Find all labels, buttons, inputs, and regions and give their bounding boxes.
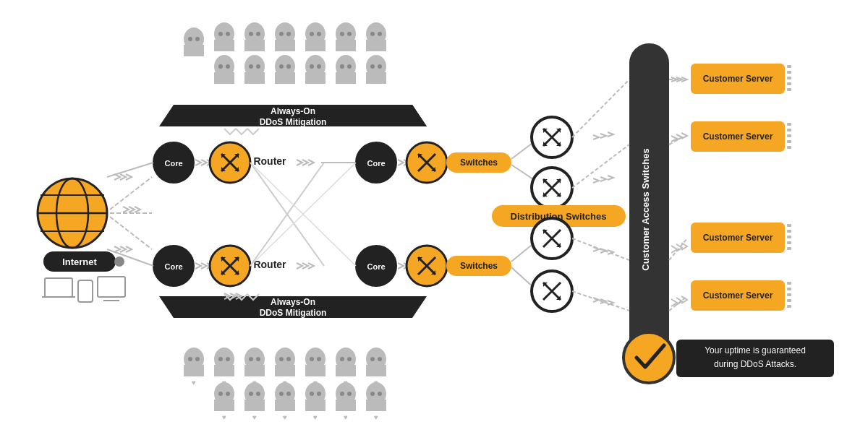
- svg-point-224: [310, 392, 314, 396]
- svg-point-235: [378, 392, 382, 396]
- switches-top-text: Switches: [460, 158, 498, 168]
- core-label-top-left: Core: [164, 159, 182, 168]
- svg-rect-145: [787, 71, 791, 74]
- network-diagram: Internet Core Router: [0, 0, 868, 427]
- svg-point-63: [256, 64, 260, 69]
- svg-rect-153: [787, 134, 791, 137]
- svg-rect-147: [787, 82, 791, 85]
- svg-point-175: [195, 357, 200, 361]
- uptime-line2: during DDoS Attacks.: [714, 359, 796, 369]
- svg-point-34: [218, 32, 223, 36]
- svg-point-39: [256, 32, 260, 36]
- svg-point-220: [286, 392, 291, 396]
- svg-rect-165: [787, 282, 791, 285]
- svg-rect-144: [787, 65, 791, 68]
- svg-rect-162: [787, 247, 791, 250]
- switches-bot-text: Switches: [460, 261, 498, 271]
- ddos-bottom-line1: Always-On: [271, 297, 315, 307]
- svg-text:♥: ♥: [192, 379, 196, 387]
- svg-point-71: [317, 64, 321, 69]
- svg-point-184: [249, 357, 253, 361]
- internet-label: Internet: [62, 256, 97, 267]
- svg-rect-148: [787, 88, 791, 91]
- svg-point-219: [279, 392, 284, 396]
- svg-text:♥: ♥: [222, 413, 226, 421]
- uptime-line1: Your uptime is guaranteed: [705, 345, 806, 355]
- svg-rect-168: [787, 299, 791, 302]
- svg-point-209: [218, 392, 223, 396]
- svg-point-54: [370, 32, 375, 36]
- svg-point-30: [188, 37, 192, 41]
- svg-rect-166: [787, 288, 791, 290]
- svg-point-210: [226, 392, 230, 396]
- svg-point-47: [317, 32, 321, 36]
- svg-text:♥: ♥: [252, 413, 257, 421]
- svg-point-229: [340, 392, 344, 396]
- svg-rect-167: [787, 293, 791, 296]
- core-label-bot-left: Core: [164, 262, 182, 271]
- svg-text:♥: ♥: [283, 413, 287, 421]
- svg-rect-152: [787, 129, 791, 131]
- router-label-top: Router: [253, 155, 286, 167]
- customer-server-3: Customer Server: [703, 233, 773, 243]
- router-label-bottom: Router: [253, 259, 286, 270]
- svg-rect-154: [787, 140, 791, 143]
- svg-point-43: [286, 32, 291, 36]
- svg-rect-151: [787, 123, 791, 126]
- svg-text:♥: ♥: [374, 413, 378, 421]
- svg-point-67: [286, 64, 291, 69]
- svg-point-75: [347, 64, 352, 69]
- svg-point-74: [340, 64, 344, 69]
- svg-point-170: [624, 332, 674, 383]
- svg-point-214: [249, 392, 253, 396]
- svg-point-189: [279, 357, 284, 361]
- svg-rect-159: [787, 230, 791, 233]
- svg-point-7: [114, 256, 124, 267]
- svg-point-204: [370, 357, 375, 361]
- svg-point-225: [317, 392, 321, 396]
- svg-point-194: [310, 357, 314, 361]
- svg-text:♥: ♥: [313, 413, 318, 421]
- svg-rect-169: [787, 305, 791, 308]
- svg-rect-161: [787, 241, 791, 244]
- svg-rect-155: [787, 146, 791, 149]
- svg-point-185: [256, 357, 260, 361]
- ddos-top-line2: DDoS Mitigation: [260, 117, 327, 127]
- svg-point-230: [347, 392, 352, 396]
- svg-point-79: [378, 64, 382, 69]
- svg-point-35: [226, 32, 230, 36]
- svg-point-46: [310, 32, 314, 36]
- svg-point-195: [317, 357, 321, 361]
- svg-point-62: [249, 64, 253, 69]
- svg-point-179: [218, 357, 223, 361]
- svg-point-205: [378, 357, 382, 361]
- customer-access-switches-label: Customer Access Switches: [640, 148, 651, 270]
- svg-point-78: [370, 64, 375, 69]
- customer-server-2: Customer Server: [703, 131, 773, 142]
- svg-point-31: [195, 37, 200, 41]
- ddos-top-line1: Always-On: [271, 106, 315, 116]
- core-label-mid-bot: Core: [367, 262, 385, 271]
- svg-point-234: [370, 392, 375, 396]
- svg-point-190: [286, 357, 291, 361]
- svg-text:♥: ♥: [344, 413, 348, 421]
- core-label-mid-top: Core: [367, 159, 385, 168]
- svg-point-70: [310, 64, 314, 69]
- svg-point-174: [188, 357, 192, 361]
- ddos-bottom-line2: DDoS Mitigation: [260, 308, 327, 318]
- svg-point-180: [226, 357, 230, 361]
- svg-rect-146: [787, 77, 791, 79]
- svg-point-199: [340, 357, 344, 361]
- svg-point-55: [378, 32, 382, 36]
- svg-point-215: [256, 392, 260, 396]
- svg-point-38: [249, 32, 253, 36]
- svg-point-59: [226, 64, 230, 69]
- svg-point-66: [279, 64, 284, 69]
- svg-point-200: [347, 357, 352, 361]
- svg-point-58: [218, 64, 223, 69]
- customer-server-4: Customer Server: [703, 290, 773, 301]
- svg-point-50: [340, 32, 344, 36]
- svg-rect-160: [787, 236, 791, 238]
- svg-point-42: [279, 32, 284, 36]
- customer-server-1: Customer Server: [703, 74, 773, 84]
